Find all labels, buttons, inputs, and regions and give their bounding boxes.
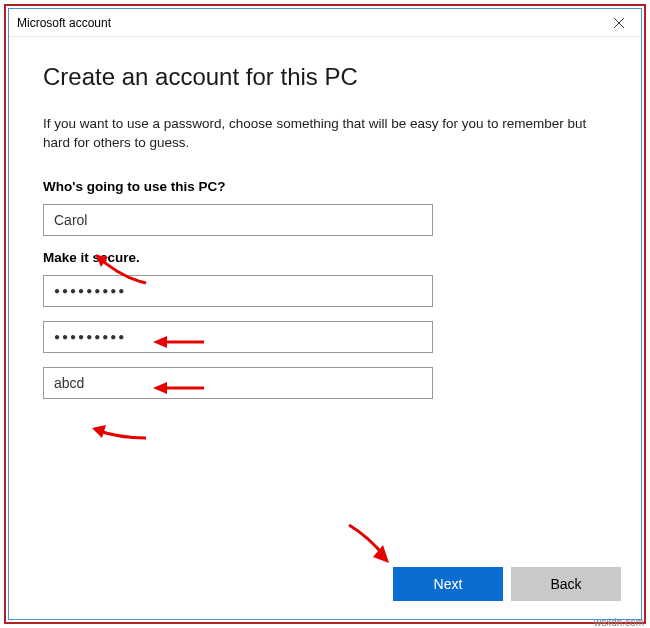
annotation-arrow [339,517,399,567]
confirm-password-input[interactable]: ●●●●●●●●● [43,321,433,353]
titlebar: Microsoft account [9,9,641,37]
annotation-arrow [84,420,154,450]
dialog-window: Microsoft account Create an account for … [8,8,642,620]
username-input[interactable] [43,204,433,236]
window-title: Microsoft account [17,16,111,30]
password-input[interactable]: ●●●●●●●●● [43,275,433,307]
dialog-content: Create an account for this PC If you wan… [9,37,641,619]
button-row: Next Back [393,567,621,601]
secure-section-label: Make it secure. [43,250,607,265]
svg-marker-3 [92,425,106,438]
watermark: wsxdn.com [594,617,644,628]
username-section-label: Who's going to use this PC? [43,179,607,194]
back-button[interactable]: Back [511,567,621,601]
close-icon [614,15,624,31]
svg-marker-4 [373,545,389,563]
page-description: If you want to use a password, choose so… [43,115,607,153]
next-button[interactable]: Next [393,567,503,601]
password-hint-input[interactable] [43,367,433,399]
close-button[interactable] [597,9,641,37]
page-heading: Create an account for this PC [43,63,607,91]
